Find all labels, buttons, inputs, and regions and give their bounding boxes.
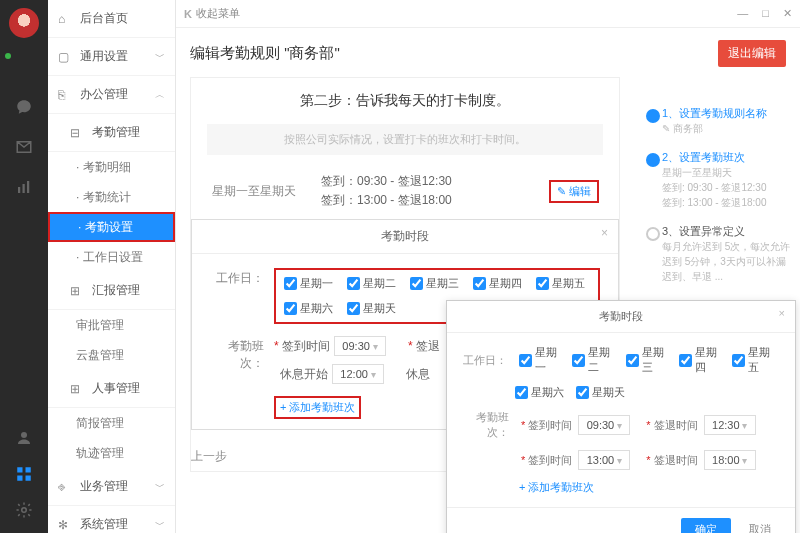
steps-panel: 1、设置考勤规则名称 ✎ 商务部 2、设置考勤班次 星期一至星期天 签到: 09… — [644, 106, 794, 298]
modal2-close-icon[interactable]: × — [779, 307, 785, 319]
modal2-title-text: 考勤时段 — [599, 310, 643, 322]
sub-attendance-settings[interactable]: · 考勤设置 — [48, 212, 175, 242]
workday-label-2: 工作日： — [463, 353, 513, 368]
m2-chk-sat[interactable]: 星期六 — [515, 385, 564, 400]
m2-chk-sun[interactable]: 星期天 — [576, 385, 625, 400]
sub-cloud[interactable]: 云盘管理 — [48, 340, 175, 370]
maximize-icon[interactable]: □ — [762, 7, 769, 20]
m2-signin-t3[interactable]: 13:00 — [578, 450, 630, 470]
stats-icon[interactable] — [13, 176, 35, 198]
sub-brief[interactable]: 简报管理 — [48, 408, 175, 438]
minimize-icon[interactable]: — — [737, 7, 748, 20]
sub-track[interactable]: 轨迹管理 — [48, 438, 175, 468]
chk-sat[interactable]: 星期六 — [284, 301, 333, 316]
chat-icon[interactable] — [13, 96, 35, 118]
page-title: 编辑考勤规则 "商务部" — [190, 44, 340, 63]
m2-signin-label-2: 签到时间 — [521, 453, 572, 468]
svg-rect-0 — [18, 187, 20, 193]
shift-label: 考勤班次： — [210, 336, 274, 384]
m2-signout-t2[interactable]: 12:30 — [704, 415, 756, 435]
exit-edit-button[interactable]: 退出编辑 — [718, 40, 786, 67]
collapse-menu[interactable]: 收起菜单 — [196, 6, 240, 21]
sidebar-business[interactable]: ⎆业务管理﹀ — [48, 468, 175, 506]
svg-rect-5 — [26, 467, 31, 472]
sidebar-label: 办公管理 — [80, 86, 155, 103]
m2-chk-thu[interactable]: 星期四 — [679, 345, 726, 375]
signin-time[interactable]: 09:30 — [334, 336, 386, 356]
m2-chk-tue[interactable]: 星期二 — [572, 345, 619, 375]
step-1[interactable]: 1、设置考勤规则名称 ✎ 商务部 — [644, 106, 794, 136]
mail-icon[interactable] — [13, 136, 35, 158]
range-label: 星期一至星期天 — [211, 182, 297, 201]
edit-link[interactable]: 编辑 — [549, 180, 599, 203]
back-k: K — [184, 8, 192, 20]
sidebar: ⌂后台首页 ▢通用设置﹀ ⎘办公管理︿ ⊟考勤管理 · 考勤明细 · 考勤统计 … — [48, 0, 176, 533]
page-header: 编辑考勤规则 "商务部" 退出编辑 — [190, 40, 786, 67]
sidebar-label: 考勤管理 — [92, 124, 165, 141]
modal2-title: 考勤时段 × — [447, 301, 795, 333]
chk-tue[interactable]: 星期二 — [347, 276, 396, 291]
gear-icon[interactable] — [13, 499, 35, 521]
person-icon[interactable] — [13, 427, 35, 449]
sidebar-general[interactable]: ▢通用设置﹀ — [48, 38, 175, 76]
signout-label: 签退 — [408, 338, 440, 355]
m2-add-shift[interactable]: + 添加考勤班次 — [519, 480, 779, 495]
apps-icon[interactable] — [13, 463, 35, 485]
modal-close-icon[interactable]: × — [601, 226, 608, 240]
m2-signout-t4[interactable]: 18:00 — [704, 450, 756, 470]
topbar: K 收起菜单 — □ ✕ — [176, 0, 800, 28]
signin-label: 签到时间 — [274, 338, 330, 355]
step-3[interactable]: 3、设置异常定义 每月允许迟到 5次，每次允许迟到 5分钟，3天内可以补漏 迟到… — [644, 224, 794, 284]
m2-signin-label: 签到时间 — [521, 418, 572, 433]
sidebar-label: 人事管理 — [92, 380, 165, 397]
add-shift-link[interactable]: + 添加考勤班次 — [274, 396, 361, 419]
workday-label: 工作日： — [210, 268, 274, 324]
left-rail — [0, 0, 48, 533]
sidebar-label: 汇报管理 — [92, 282, 165, 299]
chk-sun[interactable]: 星期天 — [347, 301, 396, 316]
shift-label-2: 考勤班次： — [463, 410, 515, 440]
step-2[interactable]: 2、设置考勤班次 星期一至星期天 签到: 09:30 - 签退12:30 签到:… — [644, 150, 794, 210]
avatar[interactable] — [9, 8, 39, 38]
rest-label: 休息 — [406, 366, 430, 383]
chk-thu[interactable]: 星期四 — [473, 276, 522, 291]
sidebar-report[interactable]: ⊞汇报管理 — [48, 272, 175, 310]
rest-start-label: 休息开始 — [280, 366, 328, 383]
svg-point-8 — [22, 508, 27, 513]
svg-rect-7 — [26, 476, 31, 481]
m2-chk-wed[interactable]: 星期三 — [626, 345, 673, 375]
sidebar-label: 通用设置 — [80, 48, 155, 65]
svg-rect-6 — [17, 476, 22, 481]
sub-workday-settings[interactable]: · 工作日设置 — [48, 242, 175, 272]
m2-signout-label: 签退时间 — [646, 418, 697, 433]
m2-signin-t1[interactable]: 09:30 — [578, 415, 630, 435]
sub-approval[interactable]: 审批管理 — [48, 310, 175, 340]
sidebar-home[interactable]: ⌂后台首页 — [48, 0, 175, 38]
svg-rect-2 — [27, 181, 29, 193]
sidebar-system[interactable]: ✻系统管理﹀ — [48, 506, 175, 533]
rest-start-time[interactable]: 12:00 — [332, 364, 384, 384]
step-title: 第二步：告诉我每天的打卡制度。 — [191, 78, 619, 124]
modal-title: 考勤时段 × — [192, 220, 618, 254]
status-dot — [13, 56, 35, 78]
chk-mon[interactable]: 星期一 — [284, 276, 333, 291]
m2-chk-fri[interactable]: 星期五 — [732, 345, 779, 375]
m2-cancel-button[interactable]: 取消 — [741, 518, 779, 533]
m2-signout-label-2: 签退时间 — [646, 453, 697, 468]
sidebar-label: 业务管理 — [80, 478, 155, 495]
sidebar-attendance[interactable]: ⊟考勤管理 — [48, 114, 175, 152]
sub-attendance-detail[interactable]: · 考勤明细 — [48, 152, 175, 182]
hint-text: 按照公司实际情况，设置打卡的班次和打卡时间。 — [207, 124, 603, 155]
chk-fri[interactable]: 星期五 — [536, 276, 585, 291]
chk-wed[interactable]: 星期三 — [410, 276, 459, 291]
close-icon[interactable]: ✕ — [783, 7, 792, 20]
svg-rect-4 — [17, 467, 22, 472]
m2-ok-button[interactable]: 确定 — [681, 518, 731, 533]
sidebar-hr[interactable]: ⊞人事管理 — [48, 370, 175, 408]
modal-title-text: 考勤时段 — [381, 229, 429, 243]
m2-chk-mon[interactable]: 星期一 — [519, 345, 566, 375]
sub-attendance-stats[interactable]: · 考勤统计 — [48, 182, 175, 212]
sidebar-label: 后台首页 — [80, 10, 165, 27]
schedule-line-2: 签到：13:00 - 签退18:00 — [321, 192, 452, 209]
sidebar-office[interactable]: ⎘办公管理︿ — [48, 76, 175, 114]
